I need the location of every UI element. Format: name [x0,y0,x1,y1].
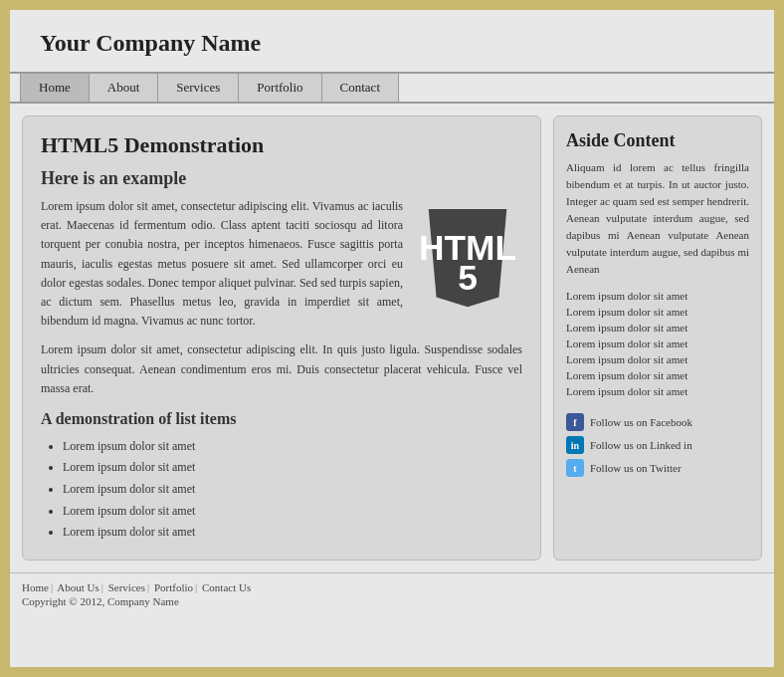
content-wrapper: HTML5 Demonstration Here is an example L… [10,104,774,572]
main-heading: HTML5 Demonstration [41,132,522,158]
list-item: Lorem ipsum dolor sit amet [63,501,522,523]
footer-nav: Home| About Us| Services| Portfolio| Con… [22,581,762,593]
nav-list: Home About Services Portfolio Contact [20,74,774,102]
aside-list-item: Lorem ipsum dolor sit amet [566,336,749,351]
nav-link-portfolio[interactable]: Portfolio [239,74,321,102]
aside-list-item: Lorem ipsum dolor sit amet [566,351,749,367]
outer-wrapper: Your Company Name Home About Services Po… [0,0,784,677]
aside-intro: Aliquam id lorem ac tellus fringilla bib… [566,159,749,278]
full-paragraph: Lorem ipsum dolor sit amet, consectetur … [41,340,522,398]
html5-logo: HTML 5 [413,197,522,331]
copyright: Copyright © 2012, Company Name [22,595,762,607]
list-item: Lorem ipsum dolor sit amet [63,479,522,501]
page-wrapper: Your Company Name Home About Services Po… [10,10,774,667]
nav-link-contact[interactable]: Contact [322,74,399,102]
site-title: Your Company Name [40,30,744,57]
footer: Home| About Us| Services| Portfolio| Con… [10,572,774,611]
list-item: Lorem ipsum dolor sit amet [63,522,522,544]
nav: Home About Services Portfolio Contact [10,72,774,104]
demo-list: Lorem ipsum dolor sit amet Lorem ipsum d… [41,436,522,544]
social-item-linkedin[interactable]: in Follow us on Linked in [566,436,749,454]
nav-link-about[interactable]: About [90,74,159,102]
linkedin-icon: in [566,436,584,454]
twitter-icon: t [566,459,584,477]
nav-item-contact: Contact [322,74,399,102]
footer-link-portfolio[interactable]: Portfolio [154,581,193,593]
header: Your Company Name [10,10,774,72]
footer-link-about[interactable]: About Us [57,581,98,593]
footer-link-home[interactable]: Home [22,581,49,593]
nav-item-portfolio: Portfolio [239,74,321,102]
svg-text:5: 5 [458,258,478,297]
aside-list-item: Lorem ipsum dolor sit amet [566,383,749,399]
nav-link-services[interactable]: Services [158,74,239,102]
main-subheading: Here is an example [41,168,522,189]
linkedin-label: Follow us on Linked in [590,439,692,451]
nav-item-home: Home [20,74,90,102]
footer-link-contact[interactable]: Contact Us [202,581,251,593]
aside-list-item: Lorem ipsum dolor sit amet [566,304,749,320]
list-heading: A demonstration of list items [41,410,522,428]
aside-list-item: Lorem ipsum dolor sit amet [566,288,749,304]
facebook-icon: f [566,413,584,431]
intro-paragraph: Lorem ipsum dolor sit amet, consectetur … [41,197,403,331]
social-links: f Follow us on Facebook in Follow us on … [566,413,749,477]
aside-list-item: Lorem ipsum dolor sit amet [566,367,749,383]
aside-list-item: Lorem ipsum dolor sit amet [566,320,749,336]
list-item: Lorem ipsum dolor sit amet [63,457,522,479]
facebook-label: Follow us on Facebook [590,416,692,428]
nav-link-home[interactable]: Home [20,74,90,102]
sidebar: Aside Content Aliquam id lorem ac tellus… [553,115,762,561]
nav-item-about: About [90,74,159,102]
twitter-label: Follow us on Twitter [590,462,682,474]
social-item-facebook[interactable]: f Follow us on Facebook [566,413,749,431]
sidebar-heading: Aside Content [566,130,749,151]
main-content: HTML5 Demonstration Here is an example L… [22,115,541,561]
intro-section: Lorem ipsum dolor sit amet, consectetur … [41,197,522,331]
social-item-twitter[interactable]: t Follow us on Twitter [566,459,749,477]
footer-link-services[interactable]: Services [108,581,145,593]
nav-item-services: Services [158,74,239,102]
aside-list: Lorem ipsum dolor sit amet Lorem ipsum d… [566,288,749,399]
list-item: Lorem ipsum dolor sit amet [63,436,522,458]
